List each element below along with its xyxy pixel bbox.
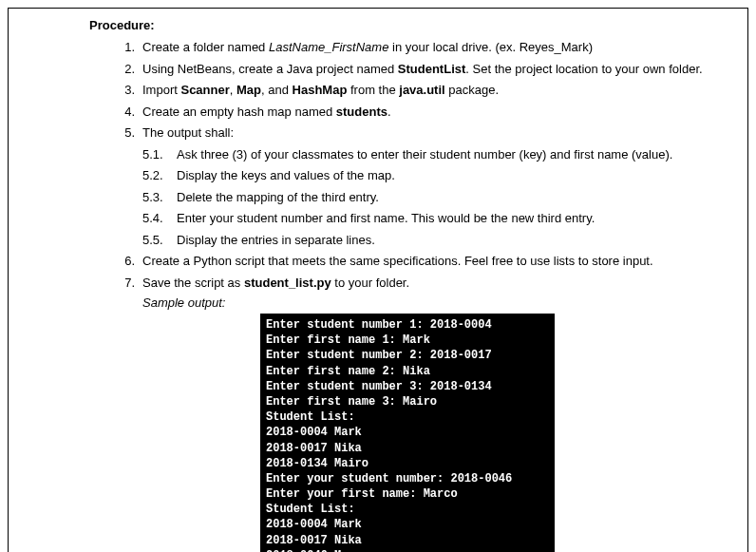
item-7: 7. Save the script as student_list.py to… — [108, 274, 719, 293]
item-1-num: 1. — [108, 38, 135, 57]
sub-52-num: 5.2. — [142, 166, 171, 185]
item-1: 1. Create a folder named LastName_FirstN… — [108, 38, 719, 57]
item-4-text: Create an empty hash map named students. — [142, 103, 391, 122]
sample-output-label: Sample output: — [142, 295, 719, 310]
item-5: 5. The output shall: — [108, 124, 719, 143]
sub-list: 5.1. Ask three (3) of your classmates to… — [142, 145, 719, 250]
main-list: 1. Create a folder named LastName_FirstN… — [108, 38, 719, 143]
sub-55-text: Display the entries in separate lines. — [177, 231, 375, 250]
sub-54-num: 5.4. — [142, 209, 171, 228]
item-4: 4. Create an empty hash map named studen… — [108, 103, 719, 122]
terminal-output: Enter student number 1: 2018-0004 Enter … — [260, 314, 555, 552]
item-1-text: Create a folder named LastName_FirstName… — [142, 38, 593, 57]
sub-item-52: 5.2. Display the keys and values of the … — [142, 166, 719, 185]
sub-item-51: 5.1. Ask three (3) of your classmates to… — [142, 145, 719, 164]
item-3: 3. Import Scanner, Map, and HashMap from… — [108, 81, 719, 100]
item-6: 6. Create a Python script that meets the… — [108, 252, 719, 271]
sub-55-num: 5.5. — [142, 231, 171, 250]
item-6-text: Create a Python script that meets the sa… — [142, 252, 653, 271]
item-7-text: Save the script as student_list.py to yo… — [142, 274, 409, 293]
main-list-continued: 6. Create a Python script that meets the… — [108, 252, 719, 292]
sub-item-53: 5.3. Delete the mapping of the third ent… — [142, 188, 719, 207]
item-2: 2. Using NetBeans, create a Java project… — [108, 60, 719, 79]
item-4-num: 4. — [108, 103, 135, 122]
procedure-heading: Procedure: — [89, 18, 719, 32]
sub-53-num: 5.3. — [142, 188, 171, 207]
sub-item-55: 5.5. Display the entries in separate lin… — [142, 231, 719, 250]
item-3-text: Import Scanner, Map, and HashMap from th… — [142, 81, 499, 100]
item-2-num: 2. — [108, 60, 135, 79]
sub-52-text: Display the keys and values of the map. — [177, 166, 395, 185]
item-3-num: 3. — [108, 81, 135, 100]
sub-item-54: 5.4. Enter your student number and first… — [142, 209, 719, 228]
page-frame: Procedure: 1. Create a folder named Last… — [8, 8, 748, 552]
item-2-text: Using NetBeans, create a Java project na… — [142, 60, 703, 79]
sub-53-text: Delete the mapping of the third entry. — [177, 188, 379, 207]
sub-54-text: Enter your student number and first name… — [177, 209, 595, 228]
item-5-text: The output shall: — [142, 124, 234, 143]
item-6-num: 6. — [108, 252, 135, 271]
item-7-num: 7. — [108, 274, 135, 293]
item-5-num: 5. — [108, 124, 135, 143]
sub-51-num: 5.1. — [142, 145, 171, 164]
sub-51-text: Ask three (3) of your classmates to ente… — [177, 145, 672, 164]
